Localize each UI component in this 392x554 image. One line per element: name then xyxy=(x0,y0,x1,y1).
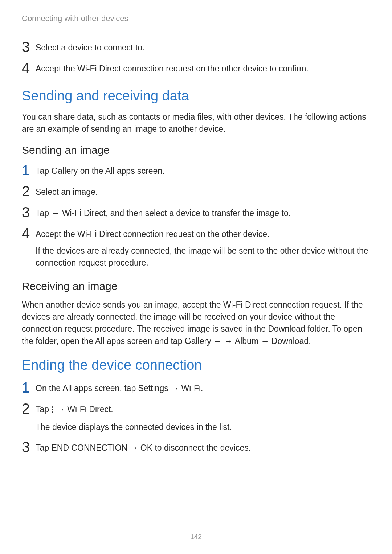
text-post: . xyxy=(111,405,113,414)
ending-step-3: 3 Tap END CONNECTION → OK to disconnect … xyxy=(22,440,370,454)
intro-step-4: 4 Accept the Wi-Fi Direct connection req… xyxy=(22,61,370,75)
text-post: to disconnect the devices. xyxy=(152,443,251,452)
step-number: 3 xyxy=(22,205,36,219)
heading-ending-connection: Ending the device connection xyxy=(22,357,370,373)
bold-end-connection: END CONNECTION xyxy=(51,443,127,452)
bold-wifi-direct: Wi-Fi Direct xyxy=(62,208,106,218)
text-pre: Tap xyxy=(36,166,51,176)
arrow-icon: → xyxy=(51,208,62,218)
arrow-icon: → xyxy=(258,336,271,346)
heading-sending-receiving: Sending and receiving data xyxy=(22,88,370,104)
bold-download: Download xyxy=(268,324,305,333)
bold-ok: OK xyxy=(140,443,152,452)
step-body: Tap → Wi-Fi Direct. The device displays … xyxy=(36,401,370,434)
intro-step-3: 3 Select a device to connect to. xyxy=(22,40,370,54)
step-body: Accept the Wi-Fi Direct connection reque… xyxy=(36,226,370,269)
text-pre: Tap xyxy=(36,208,51,218)
step-subtext: If the devices are already connected, th… xyxy=(36,245,370,269)
step-text: Select a device to connect to. xyxy=(36,40,370,53)
step-number: 4 xyxy=(22,226,36,241)
sending-step-1: 1 Tap Gallery on the All apps screen. xyxy=(22,163,370,177)
step-number: 3 xyxy=(22,40,36,54)
section-intro-paragraph: You can share data, such as contacts or … xyxy=(22,111,370,135)
heading-receiving-image: Receiving an image xyxy=(22,280,370,292)
step-text: Tap END CONNECTION → OK to disconnect th… xyxy=(36,440,370,454)
sending-step-4: 4 Accept the Wi-Fi Direct connection req… xyxy=(22,226,370,269)
text-post: on the All apps screen. xyxy=(78,166,164,176)
bold-wifi: Wi-Fi xyxy=(181,383,201,393)
text-pre: Tap xyxy=(36,443,51,452)
ending-step-2: 2 Tap → Wi-Fi Direct. The device display… xyxy=(22,401,370,434)
arrow-icon: → xyxy=(127,443,140,452)
bold-album: Album xyxy=(235,336,258,346)
text-post: , and then select a device to transfer t… xyxy=(106,208,291,218)
arrow-icon: → xyxy=(211,336,224,346)
svg-point-0 xyxy=(52,406,53,408)
step-text: On the All apps screen, tap Settings → W… xyxy=(36,380,370,394)
step-subtext: The device displays the connected device… xyxy=(36,421,370,433)
bold-settings: Settings xyxy=(138,383,168,393)
step-number: 2 xyxy=(22,401,36,416)
arrow-icon: → xyxy=(54,405,67,414)
step-number: 1 xyxy=(22,380,36,395)
step-text: Select an image. xyxy=(36,184,370,198)
heading-sending-image: Sending an image xyxy=(22,144,370,156)
text-post: . xyxy=(201,383,203,393)
step-text: Accept the Wi-Fi Direct connection reque… xyxy=(36,61,370,74)
svg-point-1 xyxy=(52,409,53,410)
step-text: Tap → Wi-Fi Direct, and then select a de… xyxy=(36,205,370,219)
bold-gallery: Gallery xyxy=(185,336,211,346)
arrow-icon: → xyxy=(168,383,181,393)
bold-gallery: Gallery xyxy=(51,166,78,176)
bold-download: Download xyxy=(271,336,309,346)
bold-wifi-direct: Wi-Fi Direct xyxy=(67,405,111,414)
step-number: 2 xyxy=(22,184,36,198)
step-number: 4 xyxy=(22,61,36,75)
text-end: . xyxy=(309,336,311,346)
sending-step-2: 2 Select an image. xyxy=(22,184,370,198)
ending-step-1: 1 On the All apps screen, tap Settings →… xyxy=(22,380,370,395)
step-text: Accept the Wi-Fi Direct connection reque… xyxy=(36,228,370,240)
sending-step-3: 3 Tap → Wi-Fi Direct, and then select a … xyxy=(22,205,370,219)
breadcrumb: Connecting with other devices xyxy=(22,14,370,23)
text-pre: On the All apps screen, tap xyxy=(36,383,138,393)
text-pre: Tap xyxy=(36,405,51,414)
arrow-icon: → xyxy=(224,336,234,346)
svg-point-2 xyxy=(52,411,53,413)
step-text: Tap Gallery on the All apps screen. xyxy=(36,163,370,177)
step-number: 3 xyxy=(22,440,36,454)
page-number: 142 xyxy=(0,533,392,541)
step-text: Tap → Wi-Fi Direct. xyxy=(36,403,370,416)
receiving-paragraph: When another device sends you an image, … xyxy=(22,299,370,347)
step-number: 1 xyxy=(22,163,36,177)
